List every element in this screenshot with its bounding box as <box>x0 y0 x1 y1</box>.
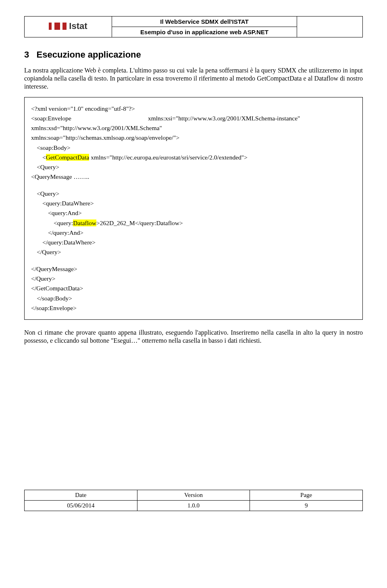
code-line: <Query> <box>31 163 356 171</box>
code-line: <query:DataWhere> <box>31 199 356 207</box>
code-blank <box>31 182 356 188</box>
code-fragment: >262D_262_M</query:Dataflow> <box>96 219 183 226</box>
code-line: <?xml version="1.0" encoding="utf-8"?> <box>31 105 356 113</box>
code-example-box: <?xml version="1.0" encoding="utf-8"?> <… <box>24 97 363 320</box>
code-line: <GetCompactData xmlns="http://ec.europa.… <box>31 153 356 161</box>
footer-date-value: 05/06/2014 <box>25 500 137 511</box>
code-line: <QueryMessage …….. <box>31 173 356 181</box>
section-heading: 3 Esecuzione applicazione <box>24 50 363 60</box>
code-line: </soap:Envelope> <box>31 304 356 312</box>
code-line: </query:DataWhere> <box>31 238 356 246</box>
code-line: <soap:Envelopexmlns:xsi="http://www.w3.o… <box>31 114 356 122</box>
code-line: xmlns:soap="http://schemas.xmlsoap.org/s… <box>31 134 356 142</box>
code-line: <soap:Body> <box>31 144 356 152</box>
highlighted-method: GetCompactData <box>46 154 89 161</box>
code-fragment: xmlns:xsi="http://www.w3.org/2001/XMLSch… <box>148 115 300 122</box>
code-line: </soap:Body> <box>31 294 356 302</box>
code-fragment: <query: <box>54 219 73 226</box>
code-fragment: < <box>42 154 46 161</box>
highlighted-dataflow: Dataflow <box>73 219 96 226</box>
logo-bars-icon <box>49 23 67 31</box>
paragraph-2: Non ci rimane che provare quanto appena … <box>24 329 363 345</box>
page: Istat Il WebService SDMX dell'ISTAT Esem… <box>0 0 387 523</box>
footer-table: Date Version Page 05/06/2014 1.0.0 9 <box>24 490 363 511</box>
code-line: xmlns:xsd="http://www.w3.org/2001/XMLSch… <box>31 124 356 132</box>
section-title: Esecuzione applicazione <box>37 50 141 60</box>
code-fragment: <soap:Envelope <box>31 114 148 122</box>
footer: Date Version Page 05/06/2014 1.0.0 9 <box>24 490 363 511</box>
code-line: </QueryMessage> <box>31 265 356 273</box>
code-line: </Query> <box>31 275 356 283</box>
footer-date-label: Date <box>25 490 137 500</box>
code-line: <Query> <box>31 190 356 198</box>
logo-text: Istat <box>69 21 87 31</box>
footer-page-value: 9 <box>250 500 363 511</box>
istat-logo: Istat <box>49 22 87 32</box>
code-fragment: xmlns="http://ec.europa.eu/eurostat/sri/… <box>89 154 248 161</box>
code-line: </GetCompactData> <box>31 284 356 292</box>
footer-page-label: Page <box>250 490 363 500</box>
header-empty-cell <box>297 17 363 37</box>
footer-version-label: Version <box>137 490 250 500</box>
header-table: Istat Il WebService SDMX dell'ISTAT Esem… <box>24 16 363 37</box>
code-line: <query:Dataflow>262D_262_M</query:Datafl… <box>31 219 356 227</box>
header-title-1: Il WebService SDMX dell'ISTAT <box>112 17 297 27</box>
code-line: </Query> <box>31 248 356 256</box>
code-line: </query:And> <box>31 229 356 237</box>
header-title-2: Esempio d'uso in applicazione web ASP.NE… <box>112 27 297 37</box>
section-number: 3 <box>24 50 29 60</box>
paragraph-1: La nostra applicazione Web è completa. L… <box>24 66 363 91</box>
logo-cell: Istat <box>25 17 112 37</box>
code-line: <query:And> <box>31 209 356 217</box>
footer-version-value: 1.0.0 <box>137 500 250 511</box>
code-blank <box>31 258 356 263</box>
